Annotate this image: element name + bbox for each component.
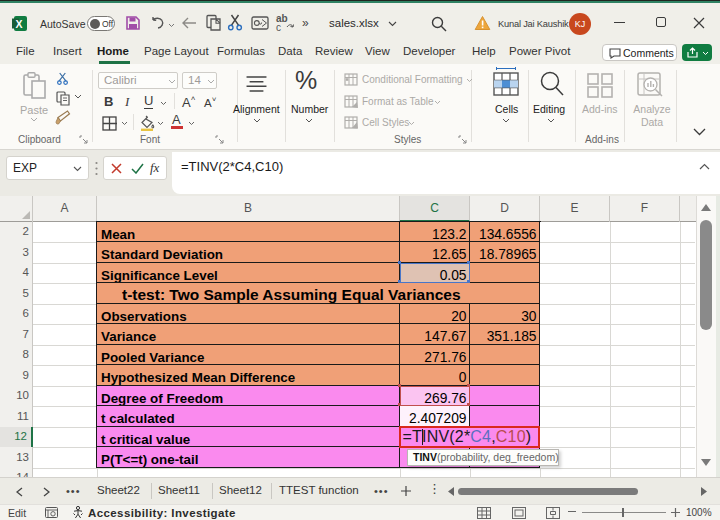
svg-text:X: X (16, 18, 23, 30)
